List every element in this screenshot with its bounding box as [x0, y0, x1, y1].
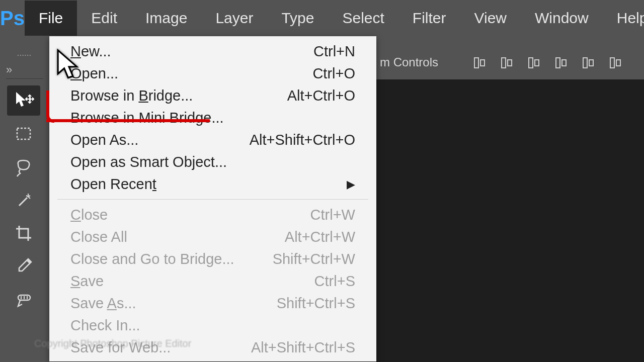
tools-separator — [6, 78, 43, 83]
file-save-as-shortcut: Shift+Ctrl+S — [277, 295, 355, 312]
move-tool[interactable] — [7, 85, 40, 116]
menu-image[interactable]: Image — [131, 1, 201, 36]
align-center-v-icon[interactable] — [581, 54, 597, 70]
file-save-shortcut: Ctrl+S — [314, 273, 355, 290]
align-bottom-icon[interactable] — [608, 54, 624, 70]
file-menu-dropdown: New...Ctrl+NOpen...Ctrl+OBrowse in Bridg… — [49, 36, 376, 361]
watermark-text: Copyright Photoshop Picture Editor — [34, 338, 191, 349]
file-save: SaveCtrl+S — [49, 270, 376, 292]
menubar: Ps FileEditImageLayerTypeSelectFilterVie… — [0, 0, 644, 36]
app-window: Ps FileEditImageLayerTypeSelectFilterVie… — [0, 0, 644, 362]
tools-expand-icon[interactable]: » — [0, 61, 49, 78]
align-top-icon[interactable] — [553, 54, 570, 70]
healing-brush-tool[interactable] — [7, 285, 40, 315]
file-open-as[interactable]: Open As...Alt+Shift+Ctrl+O — [49, 129, 376, 151]
file-close: CloseCtrl+W — [49, 204, 376, 226]
file-new-shortcut: Ctrl+N — [313, 43, 355, 60]
file-open-as-label: Open As... — [70, 132, 138, 148]
file-open-smartobject-label: Open as Smart Object... — [70, 154, 227, 170]
svg-rect-10 — [610, 58, 614, 68]
svg-rect-8 — [583, 58, 587, 68]
svg-line-19 — [28, 197, 30, 199]
file-close-all: Close AllAlt+Ctrl+W — [49, 226, 376, 248]
ps-glyph: Ps — [0, 7, 25, 30]
file-browse-minibridge[interactable]: Browse in Mini Bridge... — [49, 107, 376, 129]
svg-rect-0 — [474, 58, 478, 68]
menu-layer[interactable]: Layer — [201, 1, 267, 36]
align-left-icon[interactable] — [472, 54, 488, 70]
file-browse-bridge[interactable]: Browse in Bridge...Alt+Ctrl+O — [49, 84, 376, 107]
crop-tool[interactable] — [7, 218, 40, 248]
file-close-goto-bridge: Close and Go to Bridge...Shift+Ctrl+W — [49, 248, 376, 270]
file-close-goto-bridge-label: Close and Go to Bridge... — [70, 251, 234, 267]
file-browse-minibridge-label: Browse in Mini Bridge... — [70, 110, 224, 126]
svg-rect-2 — [502, 58, 506, 68]
submenu-arrow-icon: ▶ — [332, 178, 355, 191]
file-open-label: Open... — [70, 65, 118, 82]
file-browse-bridge-shortcut: Alt+Ctrl+O — [287, 87, 355, 104]
svg-rect-5 — [535, 60, 539, 66]
svg-rect-11 — [616, 60, 620, 66]
svg-rect-7 — [562, 60, 566, 66]
file-check-in: Check In... — [49, 314, 376, 336]
lasso-tool[interactable] — [7, 152, 40, 182]
menu-type[interactable]: Type — [267, 1, 328, 36]
file-save-as-label: Save As... — [70, 295, 136, 312]
align-distribute-group — [472, 48, 624, 76]
align-center-h-icon[interactable] — [499, 54, 515, 70]
options-bar-text: m Controls — [380, 55, 438, 69]
menu-window[interactable]: Window — [521, 1, 603, 36]
align-right-icon[interactable] — [526, 54, 542, 70]
app-logo: Ps — [0, 7, 25, 30]
rect-marquee-tool[interactable] — [7, 119, 40, 149]
file-close-shortcut: Ctrl+W — [310, 207, 355, 223]
menu-view[interactable]: View — [460, 1, 521, 36]
menu-separator — [57, 199, 368, 200]
file-save-for-web-shortcut: Alt+Shift+Ctrl+S — [251, 339, 355, 356]
menu-help[interactable]: Help — [603, 1, 644, 36]
file-open[interactable]: Open...Ctrl+O — [49, 62, 376, 84]
tools-panel: •••••• » — [0, 48, 49, 362]
eyedropper-tool[interactable] — [7, 251, 40, 282]
file-new[interactable]: New...Ctrl+N — [49, 40, 376, 62]
menu-file[interactable]: File — [25, 1, 77, 36]
svg-rect-4 — [529, 58, 533, 68]
file-close-all-shortcut: Alt+Ctrl+W — [285, 229, 355, 245]
svg-rect-6 — [556, 58, 560, 68]
svg-rect-14 — [17, 128, 30, 139]
file-new-label: New... — [70, 43, 111, 60]
file-open-recent-label: Open Recent — [70, 176, 156, 193]
svg-rect-9 — [589, 60, 593, 66]
file-close-all-label: Close All — [70, 229, 127, 245]
magic-wand-tool[interactable] — [7, 185, 40, 215]
menu-filter[interactable]: Filter — [398, 1, 460, 36]
file-close-goto-bridge-shortcut: Shift+Ctrl+W — [273, 251, 355, 267]
menu-select[interactable]: Select — [328, 1, 398, 36]
menu-edit[interactable]: Edit — [77, 1, 131, 36]
file-open-shortcut: Ctrl+O — [312, 65, 355, 82]
file-open-as-shortcut: Alt+Shift+Ctrl+O — [250, 132, 355, 148]
svg-rect-1 — [480, 60, 485, 66]
file-browse-bridge-label: Browse in Bridge... — [70, 87, 193, 104]
menubar-items: FileEditImageLayerTypeSelectFilterViewWi… — [25, 1, 644, 36]
file-save-label: Save — [70, 273, 104, 290]
file-save-as: Save As...Shift+Ctrl+S — [49, 292, 376, 314]
file-close-label: Close — [70, 207, 108, 223]
svg-line-15 — [19, 198, 27, 206]
file-check-in-label: Check In... — [70, 317, 140, 334]
svg-rect-3 — [508, 60, 512, 66]
file-open-recent[interactable]: Open Recent▶ — [49, 173, 376, 195]
file-open-smartobject[interactable]: Open as Smart Object... — [49, 151, 376, 173]
tools-drag-handle[interactable]: •••••• — [0, 48, 49, 61]
